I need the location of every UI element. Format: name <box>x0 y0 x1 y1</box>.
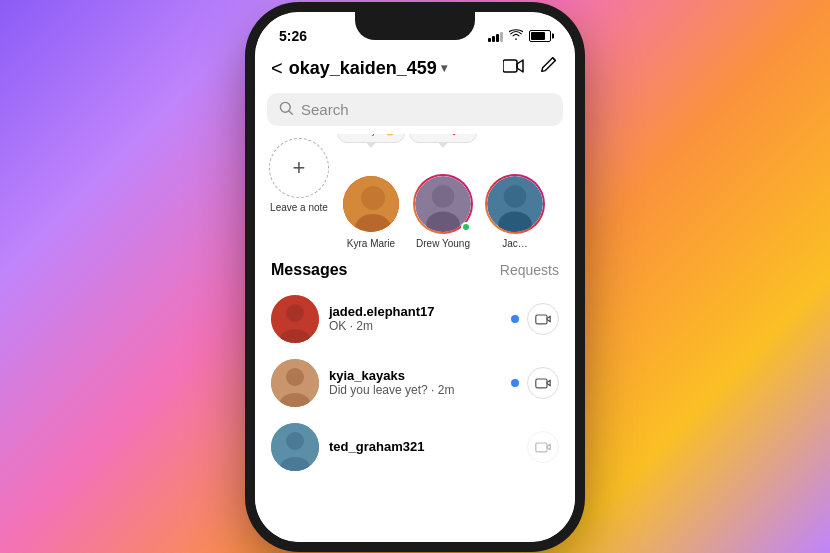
svg-point-3 <box>361 186 385 210</box>
phone-frame: 5:26 <box>255 12 575 542</box>
svg-point-16 <box>286 368 304 386</box>
kyra-name: Kyra Marie <box>347 238 395 249</box>
header-right <box>503 56 559 81</box>
svg-rect-18 <box>536 379 547 388</box>
msg-preview-1: OK · 2m <box>329 319 501 333</box>
username-label[interactable]: okay_kaiden_459 <box>289 58 437 79</box>
search-placeholder: Search <box>301 101 349 118</box>
msg-username-2: kyia_kayaks <box>329 368 501 383</box>
message-item-1[interactable]: jaded.elephant17 OK · 2m <box>255 287 575 351</box>
camera-icon-3[interactable] <box>527 431 559 463</box>
compose-icon[interactable] <box>539 56 559 81</box>
story-kyra-marie[interactable]: Why is tomorrowMonday!? 😅 <box>339 138 403 249</box>
online-indicator <box>461 222 471 232</box>
messages-title: Messages <box>271 261 348 279</box>
messages-header: Messages Requests <box>255 257 575 287</box>
msg-avatar-2 <box>271 359 319 407</box>
msg-right-1 <box>511 303 559 335</box>
header: < okay_kaiden_459 ▾ <box>255 52 575 89</box>
messages-section: Messages Requests jaded.elephant17 <box>255 257 575 542</box>
message-item-2[interactable]: kyia_kayaks Did you leave yet? · 2m <box>255 351 575 415</box>
kyra-note-bubble: Why is tomorrowMonday!? 😅 <box>337 134 405 143</box>
chevron-down-icon[interactable]: ▾ <box>441 61 447 75</box>
plus-icon: + <box>293 157 306 179</box>
svg-point-12 <box>286 304 304 322</box>
notch <box>355 12 475 40</box>
stories-row: + Leave a note Why is tomorrowMonday!? 😅 <box>255 134 575 257</box>
drew-note-bubble: Finally landing inNYC! ❤️ <box>409 134 477 143</box>
battery-icon <box>529 30 551 42</box>
camera-icon-1[interactable] <box>527 303 559 335</box>
search-icon <box>279 101 293 118</box>
svg-point-9 <box>504 185 526 207</box>
wifi-icon <box>509 29 523 43</box>
signal-icon <box>488 30 503 42</box>
leave-note-label: Leave a note <box>270 202 328 213</box>
story-partial[interactable]: Jac… <box>483 138 547 249</box>
drew-name: Drew Young <box>416 238 470 249</box>
message-item-3[interactable]: ted_graham321 <box>255 415 575 479</box>
unread-dot-1 <box>511 315 519 323</box>
svg-rect-14 <box>536 315 547 324</box>
camera-icon-2[interactable] <box>527 367 559 399</box>
requests-link[interactable]: Requests <box>500 262 559 278</box>
back-button[interactable]: < <box>271 57 283 80</box>
msg-content-3: ted_graham321 <box>329 439 517 454</box>
svg-point-6 <box>432 185 454 207</box>
leave-note-item[interactable]: + Leave a note <box>267 138 331 213</box>
phone-wrapper: 5:26 <box>255 12 575 542</box>
story-drew-young[interactable]: Finally landing inNYC! ❤️ <box>411 138 475 249</box>
msg-right-3 <box>527 431 559 463</box>
svg-rect-0 <box>503 60 517 72</box>
add-note-circle: + <box>269 138 329 198</box>
msg-content-2: kyia_kayaks Did you leave yet? · 2m <box>329 368 501 397</box>
status-icons <box>488 29 551 43</box>
video-call-icon[interactable] <box>503 58 525 79</box>
msg-avatar-1 <box>271 295 319 343</box>
header-left: < okay_kaiden_459 ▾ <box>271 57 447 80</box>
msg-username-1: jaded.elephant17 <box>329 304 501 319</box>
search-bar[interactable]: Search <box>267 93 563 126</box>
msg-username-3: ted_graham321 <box>329 439 517 454</box>
drew-avatar-wrapper <box>413 174 473 234</box>
partial-avatar-wrapper <box>485 174 545 234</box>
msg-right-2 <box>511 367 559 399</box>
msg-preview-2: Did you leave yet? · 2m <box>329 383 501 397</box>
msg-content-1: jaded.elephant17 OK · 2m <box>329 304 501 333</box>
partial-name: Jac… <box>502 238 528 249</box>
unread-dot-2 <box>511 379 519 387</box>
kyra-avatar <box>341 174 401 234</box>
svg-rect-22 <box>536 443 547 452</box>
partial-avatar <box>485 174 545 234</box>
svg-point-20 <box>286 432 304 450</box>
msg-avatar-3 <box>271 423 319 471</box>
kyra-avatar-wrapper <box>341 174 401 234</box>
status-time: 5:26 <box>279 28 307 44</box>
phone-screen: 5:26 <box>255 12 575 542</box>
